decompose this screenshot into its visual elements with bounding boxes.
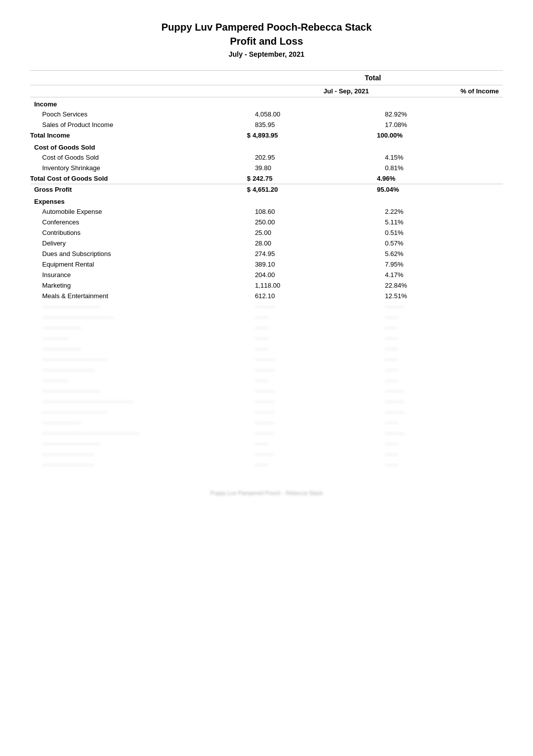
- blurred-amount: ———: [243, 301, 373, 312]
- blurred-row: ————————— ——— ———: [30, 386, 503, 396]
- row-pct: 4.17%: [373, 270, 503, 280]
- pct-col-header: % of Income: [373, 85, 503, 97]
- row-amount: 835.95: [243, 119, 373, 130]
- gross-profit-pct: 95.04%: [373, 184, 503, 195]
- blurred-pct: ———: [373, 301, 503, 312]
- detail-row: Dues and Subscriptions 274.95 5.62%: [30, 248, 503, 259]
- row-label: Cost of Goods Sold: [30, 152, 243, 163]
- detail-row: Meals & Entertainment 612.10 12.51%: [30, 291, 503, 301]
- blurred-row: ————————— —— ——: [30, 438, 503, 449]
- blurred-amount: ——: [243, 438, 373, 449]
- blurred-amount: ——: [243, 322, 373, 333]
- blurred-amount: ———: [243, 428, 373, 438]
- row-amount: 39.80: [243, 163, 373, 173]
- total-pct: 100.00%: [373, 130, 503, 141]
- detail-row: Delivery 28.00 0.57%: [30, 238, 503, 248]
- blurred-row: ———— —— ——: [30, 333, 503, 343]
- detail-row: Insurance 204.00 4.17%: [30, 270, 503, 280]
- row-amount: 1,118.00: [243, 280, 373, 291]
- row-pct: 5.62%: [373, 248, 503, 259]
- blurred-row: —————— —— ——: [30, 343, 503, 354]
- blurred-pct: ——: [373, 312, 503, 322]
- blurred-amount: ———: [243, 396, 373, 407]
- blurred-label: —————————: [30, 438, 243, 449]
- total-label: Total Cost of Goods Sold: [30, 173, 243, 184]
- blurred-pct: ——: [373, 354, 503, 364]
- row-amount: 28.00: [243, 238, 373, 248]
- row-label: Equipment Rental: [30, 259, 243, 270]
- row-label: Contributions: [30, 227, 243, 238]
- blurred-row: ———————— ——— ——: [30, 364, 503, 375]
- dollar-sign: $: [247, 132, 252, 139]
- blurred-pct: ———: [373, 386, 503, 396]
- blurred-pct: ——: [373, 417, 503, 428]
- row-amount: 389.10: [243, 259, 373, 270]
- blurred-pct: ——: [373, 333, 503, 343]
- blurred-label: ————: [30, 375, 243, 386]
- blurred-amount: ——: [243, 375, 373, 386]
- row-label: Insurance: [30, 270, 243, 280]
- total-pct: 4.96%: [373, 173, 503, 184]
- company-name: Puppy Luv Pampered Pooch-Rebecca Stack: [30, 20, 503, 34]
- blurred-amount: ———: [243, 364, 373, 375]
- blurred-label: ———————————: [30, 312, 243, 322]
- blurred-pct: ———: [373, 396, 503, 407]
- blurred-label: ——————: [30, 322, 243, 333]
- blurred-row: —————————————— ——— ———: [30, 396, 503, 407]
- row-amount: 4,058.00: [243, 109, 373, 119]
- blurred-row: ——————————— —— ——: [30, 312, 503, 322]
- row-label: Inventory Shrinkage: [30, 163, 243, 173]
- detail-row: Inventory Shrinkage 39.80 0.81%: [30, 163, 503, 173]
- section-label-text: Cost of Goods Sold: [30, 141, 503, 152]
- gross-profit-row: Gross Profit $4,651.20 95.04%: [30, 184, 503, 195]
- blurred-amount: ——: [243, 459, 373, 470]
- blurred-pct: ——: [373, 322, 503, 333]
- blurred-amount: ———: [243, 386, 373, 396]
- blurred-label: ————: [30, 333, 243, 343]
- blurred-row: ———————— —— ——: [30, 459, 503, 470]
- row-pct: 0.51%: [373, 227, 503, 238]
- row-pct: 0.57%: [373, 238, 503, 248]
- blurred-label: ——————————: [30, 354, 243, 364]
- row-label: Dues and Subscriptions: [30, 248, 243, 259]
- label-col-header: [30, 85, 243, 97]
- row-label: Automobile Expense: [30, 206, 243, 217]
- row-pct: 0.81%: [373, 163, 503, 173]
- blurred-pct: ——: [373, 438, 503, 449]
- row-pct: 22.84%: [373, 280, 503, 291]
- blurred-row: ———————— ——— ——: [30, 449, 503, 459]
- total-amount: $242.75: [243, 173, 373, 184]
- blurred-row: ——————————————— ——— ———: [30, 428, 503, 438]
- row-pct: 2.22%: [373, 206, 503, 217]
- subheader-row: Jul - Sep, 2021 % of Income: [30, 85, 503, 97]
- row-label: Meals & Entertainment: [30, 291, 243, 301]
- detail-row: Sales of Product Income 835.95 17.08%: [30, 119, 503, 130]
- detail-row: Cost of Goods Sold 202.95 4.15%: [30, 152, 503, 163]
- blurred-label: ————————: [30, 459, 243, 470]
- blurred-pct: ——: [373, 449, 503, 459]
- row-label: Sales of Product Income: [30, 119, 243, 130]
- row-amount: 612.10: [243, 291, 373, 301]
- detail-row: Contributions 25.00 0.51%: [30, 227, 503, 238]
- blurred-label: —————————: [30, 301, 243, 312]
- blurred-amount: ———: [243, 449, 373, 459]
- blurred-row: ————————— ——— ———: [30, 301, 503, 312]
- section-label-text: Expenses: [30, 195, 503, 206]
- blurred-row: —————————— ——— ———: [30, 407, 503, 417]
- blurred-label: —————————: [30, 386, 243, 396]
- blurred-row: —————— ——— ——: [30, 417, 503, 428]
- total-amount: $4,893.95: [243, 130, 373, 141]
- total-header-row: Total: [30, 71, 503, 85]
- blurred-row: ———— —— ——: [30, 375, 503, 386]
- detail-row: Conferences 250.00 5.11%: [30, 217, 503, 227]
- blurred-label: ————————: [30, 364, 243, 375]
- row-label: Conferences: [30, 217, 243, 227]
- row-pct: 17.08%: [373, 119, 503, 130]
- row-amount: 204.00: [243, 270, 373, 280]
- blurred-pct: ———: [373, 428, 503, 438]
- report-footer: Puppy Luv Pampered Pooch - Rebecca Stack: [30, 490, 503, 496]
- empty-header: [30, 71, 243, 85]
- detail-row: Marketing 1,118.00 22.84%: [30, 280, 503, 291]
- blurred-label: ———————————————: [30, 428, 243, 438]
- gross-profit-label: Gross Profit: [30, 184, 243, 195]
